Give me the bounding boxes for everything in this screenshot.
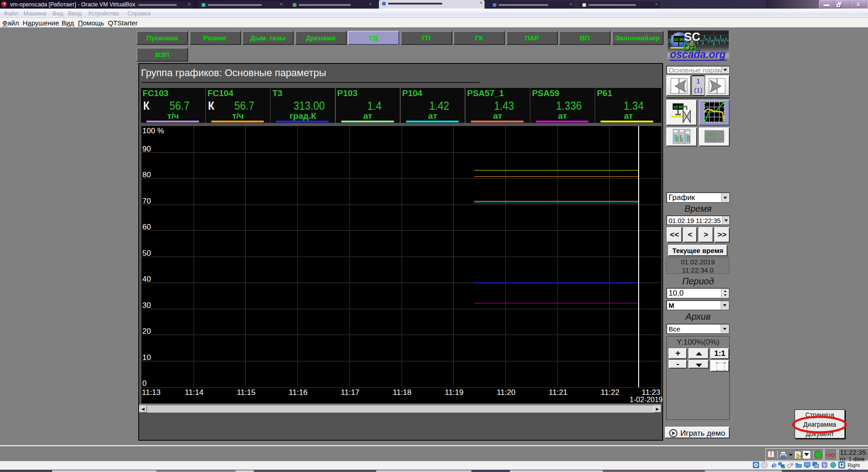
- svg-text:10.95: 10.95: [673, 105, 683, 109]
- svg-text:--: --: [708, 140, 710, 142]
- svg-text:V: V: [823, 463, 826, 467]
- svg-text:--: --: [718, 140, 720, 142]
- svg-text:10.95: 10.95: [674, 37, 684, 42]
